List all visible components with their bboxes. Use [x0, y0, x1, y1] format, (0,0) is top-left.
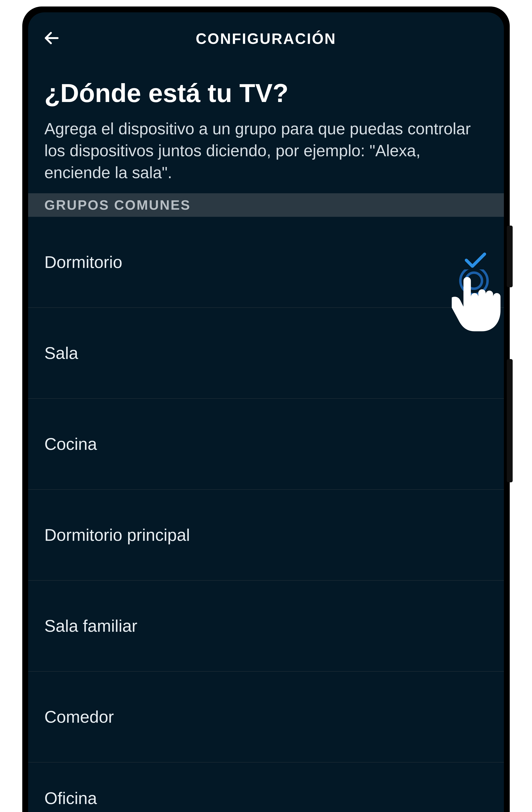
group-row-sala-familiar[interactable]: Sala familiar — [28, 581, 504, 671]
side-button-bottom — [507, 359, 513, 482]
app-header: CONFIGURACIÓN — [28, 12, 504, 59]
group-row-dormitorio[interactable]: Dormitorio — [28, 217, 504, 308]
group-label: Dormitorio principal — [44, 525, 190, 545]
group-row-sala[interactable]: Sala — [28, 308, 504, 399]
group-label: Comedor — [44, 707, 114, 727]
page-heading: ¿Dónde está tu TV? — [44, 78, 488, 108]
group-label: Dormitorio — [44, 252, 122, 272]
group-label: Cocina — [44, 434, 97, 454]
content: ¿Dónde está tu TV? Agrega el dispositivo… — [28, 59, 504, 812]
group-row-oficina[interactable]: Oficina — [28, 763, 504, 812]
group-label: Oficina — [44, 788, 97, 808]
check-icon — [463, 250, 488, 274]
group-label: Sala — [44, 344, 78, 363]
group-row-dormitorio-principal[interactable]: Dormitorio principal — [28, 490, 504, 581]
group-list[interactable]: Dormitorio Sala Cocina Dormitorio princi… — [28, 217, 504, 812]
side-button-top — [507, 226, 513, 287]
screen: CONFIGURACIÓN ¿Dónde está tu TV? Agrega … — [28, 12, 504, 812]
group-row-comedor[interactable]: Comedor — [28, 671, 504, 763]
arrow-left-icon — [43, 29, 60, 47]
phone-frame: CONFIGURACIÓN ¿Dónde está tu TV? Agrega … — [22, 6, 510, 812]
intro: ¿Dónde está tu TV? Agrega el dispositivo… — [28, 59, 504, 193]
group-row-cocina[interactable]: Cocina — [28, 399, 504, 490]
page-description: Agrega el dispositivo a un grupo para qu… — [44, 118, 488, 184]
back-button[interactable] — [43, 29, 60, 50]
section-label-common-groups: GRUPOS COMUNES — [28, 193, 504, 217]
header-title: CONFIGURACIÓN — [196, 30, 336, 47]
group-label: Sala familiar — [44, 616, 137, 636]
